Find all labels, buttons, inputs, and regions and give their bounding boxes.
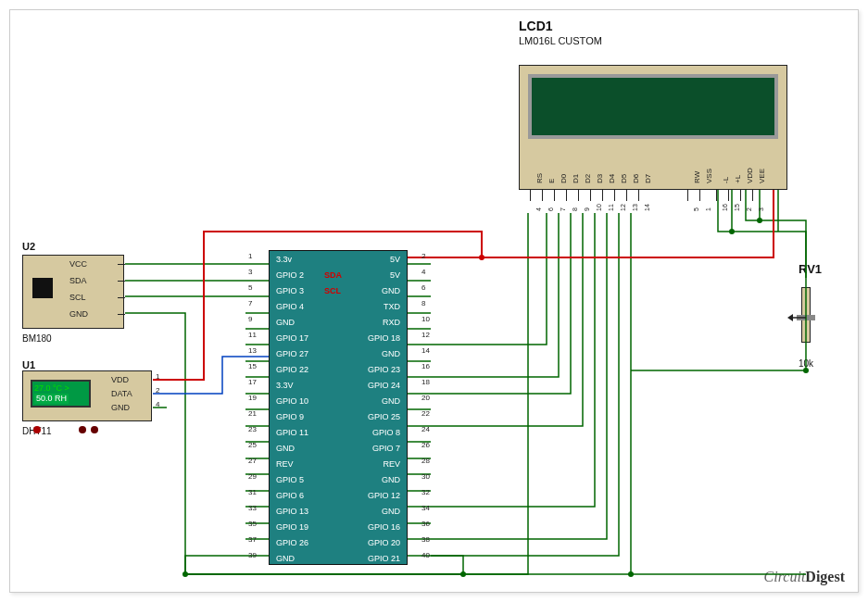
- mcu-pinnum-left: 37: [248, 535, 257, 544]
- mcu-pin-right: GPIO 20: [345, 538, 400, 547]
- pin-tick: [118, 264, 125, 265]
- mcu-pinnum-right: 28: [421, 457, 430, 465]
- mcu-pin-right: GPIO 7: [345, 444, 400, 453]
- mcu-pinnum-left: 23: [248, 425, 257, 433]
- mcu-pinnum-right: 14: [421, 346, 430, 355]
- mcu-pin-right: GND: [345, 475, 400, 484]
- mcu-pin-right: GPIO 25: [345, 412, 400, 421]
- lcd-pin-tick: [626, 190, 627, 201]
- lcd-pin-label: VEE: [758, 169, 766, 183]
- logo-part1: Circuit: [764, 569, 806, 584]
- mcu-pinnum-left: 13: [248, 346, 257, 355]
- pot-component: [797, 287, 815, 352]
- mcu-pinnum-left: 11: [248, 331, 257, 339]
- lcd-pin-tick: [602, 190, 603, 201]
- mcu-pinnum-right: 6: [421, 283, 425, 292]
- mcu-pin-left: GPIO 4: [276, 302, 304, 311]
- mcu-pin-left: REV: [276, 459, 294, 469]
- mcu-pin-left: GND: [276, 444, 295, 453]
- lcd-pin-tick: [530, 190, 531, 201]
- lcd-pin-num: 16: [722, 204, 728, 211]
- u1-led-icon: [79, 426, 86, 433]
- mcu-pinnum-right: 30: [421, 472, 430, 481]
- u2-chip-icon: [32, 278, 53, 298]
- mcu-pinnum-left: 29: [248, 472, 257, 481]
- lcd-pin-label: E: [547, 179, 556, 183]
- mcu-pin-left: GPIO 11: [276, 428, 308, 437]
- u1-pin-num: 1: [156, 372, 159, 381]
- lcd-pin-label: RW: [693, 171, 701, 183]
- mcu-pinnum-left: 35: [248, 520, 257, 528]
- mcu-pin-right: GND: [345, 286, 400, 295]
- lcd-pin-num: 13: [632, 204, 638, 211]
- mcu-pin-right: GPIO 21: [345, 554, 400, 563]
- mcu-pinnum-right: 34: [421, 504, 430, 512]
- lcd-pin-tick: [542, 190, 543, 201]
- mcu-pin-extra: SDA: [324, 270, 342, 280]
- mcu-pinnum-right: 4: [421, 268, 425, 276]
- lcd-pin-num: 9: [584, 207, 590, 211]
- mcu-pin-left: GPIO 22: [276, 365, 308, 374]
- logo-part2: Digest: [805, 569, 845, 584]
- mcu-component: [269, 250, 408, 565]
- mcu-pin-right: GPIO 18: [345, 333, 400, 343]
- mcu-pinnum-left: 5: [248, 283, 252, 292]
- lcd-pin-num: 1: [705, 207, 711, 211]
- mcu-pinnum-right: 8: [421, 299, 425, 307]
- mcu-pinnum-right: 2: [421, 252, 425, 260]
- lcd-pin-tick: [554, 190, 555, 201]
- mcu-pinnum-right: 12: [421, 331, 430, 339]
- mcu-pin-right: GPIO 23: [345, 365, 400, 374]
- lcd-pin-tick: [728, 190, 729, 201]
- mcu-pin-left: GPIO 19: [276, 522, 308, 532]
- mcu-pin-left: GPIO 10: [276, 396, 308, 406]
- u1-temp: 27.0 °C >: [34, 383, 87, 394]
- lcd-pin-num: 7: [560, 207, 566, 211]
- mcu-pin-left: GPIO 3: [276, 286, 304, 295]
- lcd-pin-label: VDD: [746, 168, 754, 183]
- mcu-pin-right: GPIO 24: [345, 381, 400, 390]
- mcu-pin-left: GND: [276, 318, 295, 327]
- mcu-pin-left: GPIO 27: [276, 349, 308, 358]
- lcd-pin-tick: [716, 190, 717, 201]
- lcd-pin-num: 4: [535, 207, 542, 211]
- lcd-pin-tick: [752, 190, 753, 201]
- lcd-pin-num: 14: [644, 204, 650, 211]
- lcd-pin-tick: [578, 190, 579, 201]
- mcu-pinnum-left: 17: [248, 378, 257, 386]
- mcu-pinnum-right: 26: [421, 441, 430, 449]
- mcu-pin-left: GPIO 9: [276, 412, 304, 421]
- pin-tick: [118, 281, 125, 282]
- mcu-pinnum-right: 24: [421, 425, 430, 433]
- mcu-pin-right: RXD: [345, 318, 400, 327]
- mcu-pin-left: GPIO 17: [276, 333, 308, 343]
- u1-pin-label: VDD: [111, 375, 129, 384]
- u2-part: BM180: [22, 333, 52, 344]
- mcu-pinnum-right: 22: [421, 409, 430, 418]
- mcu-pinnum-left: 7: [248, 299, 252, 307]
- lcd-pin-label: D1: [572, 174, 580, 183]
- mcu-pinnum-left: 3: [248, 268, 252, 276]
- lcd-pin-label: RS: [535, 173, 544, 183]
- lcd-pin-label: D5: [620, 174, 628, 183]
- lcd-pin-tick: [614, 190, 615, 201]
- u1-screen: 27.0 °C > 50.0 RH: [31, 380, 91, 408]
- lcd-screen: [528, 74, 778, 139]
- u2-ref: U2: [22, 241, 35, 252]
- mcu-pin-right: GND: [345, 507, 400, 516]
- u1-pin-label: DATA: [111, 389, 132, 398]
- lcd-pin-label: D0: [560, 174, 568, 183]
- mcu-pin-left: GPIO 6: [276, 491, 304, 500]
- mcu-pin-right: REV: [345, 459, 400, 469]
- mcu-pinnum-left: 21: [248, 409, 257, 418]
- pin-tick: [118, 297, 125, 298]
- lcd-pin-tick: [638, 190, 639, 201]
- mcu-pinnum-right: 40: [421, 551, 430, 559]
- mcu-pin-left: GPIO 5: [276, 475, 304, 484]
- lcd-pin-label: VSS: [705, 169, 713, 183]
- mcu-pinnum-right: 16: [421, 362, 430, 370]
- lcd-pin-label: +L: [734, 175, 742, 183]
- lcd-pin-tick: [740, 190, 741, 201]
- u1-pin-label: GND: [111, 403, 130, 412]
- mcu-pin-right: GPIO 12: [345, 491, 400, 500]
